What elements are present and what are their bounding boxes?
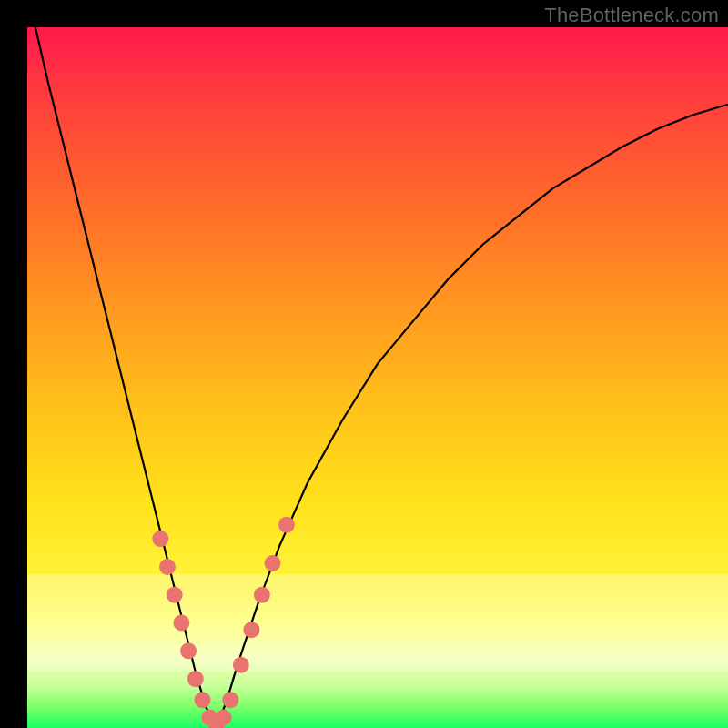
data-point xyxy=(254,587,270,603)
data-point xyxy=(180,642,197,659)
data-point xyxy=(173,615,189,632)
data-point xyxy=(187,671,204,687)
data-point xyxy=(167,587,183,603)
data-point xyxy=(195,692,211,708)
data-point xyxy=(278,517,295,533)
data-point xyxy=(233,657,249,673)
data-point xyxy=(216,710,232,726)
chart-frame: TheBottleneck.com xyxy=(0,0,728,728)
data-point xyxy=(159,559,176,575)
bottleneck-curve xyxy=(27,27,728,728)
data-point xyxy=(265,555,281,571)
data-point xyxy=(222,692,238,708)
data-points xyxy=(152,517,295,728)
data-point xyxy=(152,531,168,547)
chart-svg xyxy=(27,27,728,728)
plot-area xyxy=(27,27,728,728)
watermark-text: TheBottleneck.com xyxy=(544,4,719,27)
data-point xyxy=(243,622,259,638)
